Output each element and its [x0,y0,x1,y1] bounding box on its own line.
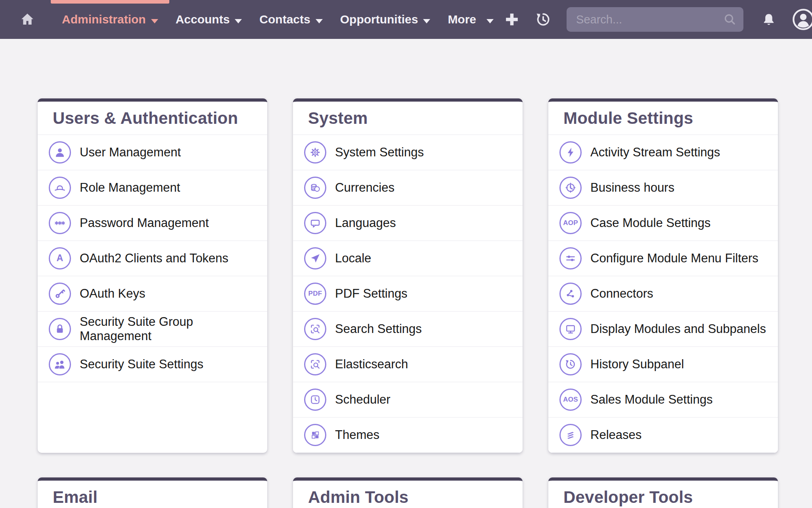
nav-item-label: Administration [62,13,146,26]
notifications-bell-icon[interactable] [760,11,778,28]
admin-link-password-management[interactable]: Password Management [38,206,267,241]
admin-panels-row-1: Users & AuthenticationUser ManagementRol… [38,98,778,453]
admin-link-sales-module-settings[interactable]: AOSSales Module Settings [548,382,778,418]
admin-link-label: Display Modules and Subpanels [590,322,766,336]
admin-link-label: Locale [335,251,371,266]
admin-link-display-modules-and-subpanels[interactable]: Display Modules and Subpanels [548,312,778,347]
search-input[interactable] [567,7,743,32]
admin-link-label: Security Suite Group Management [80,315,256,343]
quick-create-plus-icon[interactable] [502,10,521,29]
top-navbar: AdministrationAccountsContactsOpportunit… [0,0,812,39]
nav-item-label: Contacts [259,13,310,26]
admin-link-label: Role Management [80,181,180,195]
admin-link-activity-stream-settings[interactable]: Activity Stream Settings [548,135,778,170]
lightning-icon [559,141,582,164]
aop-badge-icon: AOP [559,212,582,234]
nav-item-accounts[interactable]: Accounts [167,0,251,39]
admin-link-oauth2-clients-and-tokens[interactable]: AOAuth2 Clients and Tokens [38,241,267,276]
admin-link-label: Sales Module Settings [590,393,712,407]
admin-link-locale[interactable]: Locale [293,241,523,276]
admin-link-label: Password Management [80,216,209,230]
pdf-badge-icon: PDF [304,283,326,305]
chevron-down-icon [316,19,323,23]
aos-badge-icon: AOS [559,389,582,411]
hat-icon [49,177,71,199]
admin-link-label: Themes [335,428,379,442]
coins-icon [304,177,326,199]
admin-link-themes[interactable]: Themes [293,418,523,453]
navbar-right-group [502,7,812,32]
admin-link-label: System Settings [335,145,424,160]
sliders-icon [559,247,582,269]
speech-bubble-icon [304,212,326,234]
admin-link-currencies[interactable]: Currencies [293,170,523,206]
monitor-icon [559,318,582,340]
chevron-down-icon [423,19,430,23]
primary-nav: AdministrationAccountsContactsOpportunit… [53,0,502,39]
panel-title: System [293,102,523,135]
asterisks-icon [49,212,71,234]
admin-link-scheduler[interactable]: Scheduler [293,382,523,418]
history-arrow-icon [559,353,582,375]
admin-link-label: Security Suite Settings [80,357,203,371]
admin-link-label: OAuth Keys [80,287,145,301]
key-icon [49,283,71,305]
badge-text: AOS [563,396,578,404]
admin-link-security-suite-settings[interactable]: Security Suite Settings [38,347,267,382]
theme-grid-icon [304,424,326,446]
nav-item-label: More [448,13,476,26]
panel-email: Email [38,477,267,508]
user-group-icon [49,353,71,375]
global-search [567,7,743,32]
nav-item-administration[interactable]: Administration [53,0,167,39]
admin-link-releases[interactable]: Releases [548,418,778,453]
admin-link-elasticsearch[interactable]: Elasticsearch [293,347,523,382]
badge-text: PDF [308,290,322,298]
admin-link-label: User Management [80,145,181,160]
admin-link-user-management[interactable]: User Management [38,135,267,170]
admin-link-configure-module-menu-filters[interactable]: Configure Module Menu Filters [548,241,778,276]
admin-link-connectors[interactable]: Connectors [548,276,778,312]
admin-link-oauth-keys[interactable]: OAuth Keys [38,276,267,312]
admin-link-history-subpanel[interactable]: History Subpanel [548,347,778,382]
admin-link-languages[interactable]: Languages [293,206,523,241]
admin-link-role-management[interactable]: Role Management [38,170,267,206]
admin-link-security-suite-group-management[interactable]: Security Suite Group Management [38,312,267,347]
layers-icon [559,424,582,446]
admin-panels-row-2: EmailAdmin ToolsDeveloper Tools [38,477,778,508]
home-icon[interactable] [18,10,36,29]
admin-link-label: Configure Module Menu Filters [590,251,758,266]
admin-link-business-hours[interactable]: Business hours [548,170,778,206]
scan-search-icon [304,353,326,375]
chevron-down-icon [235,19,242,23]
admin-link-label: PDF Settings [335,287,408,301]
user-avatar[interactable] [792,8,812,31]
panel-title: Email [38,481,267,508]
admin-link-label: Activity Stream Settings [590,145,720,160]
admin-link-pdf-settings[interactable]: PDFPDF Settings [293,276,523,312]
lock-icon [49,318,71,340]
clock-square-icon [304,389,326,411]
badge-text: AOP [563,219,578,227]
nav-item-contacts[interactable]: Contacts [251,0,331,39]
panel-users-and-authentication: Users & AuthenticationUser ManagementRol… [38,98,267,453]
chevron-down-icon [486,19,494,23]
admin-link-system-settings[interactable]: System Settings [293,135,523,170]
admin-link-label: Elasticsearch [335,357,408,371]
scan-search-icon [304,318,326,340]
nav-item-more[interactable]: More [439,0,502,39]
gear-icon [304,141,326,164]
search-icon[interactable] [722,12,738,27]
admin-link-label: History Subpanel [590,357,684,371]
user-icon [49,141,71,164]
chevron-down-icon [151,19,158,23]
admin-link-case-module-settings[interactable]: AOPCase Module Settings [548,206,778,241]
nav-item-opportunities[interactable]: Opportunities [331,0,439,39]
panel-title: Module Settings [548,102,778,135]
admin-link-search-settings[interactable]: Search Settings [293,312,523,347]
admin-link-label: Business hours [590,181,674,195]
recently-viewed-history-icon[interactable] [533,10,553,29]
svg-text:A: A [57,253,63,263]
admin-link-label: Currencies [335,181,395,195]
admin-link-label: Search Settings [335,322,422,336]
